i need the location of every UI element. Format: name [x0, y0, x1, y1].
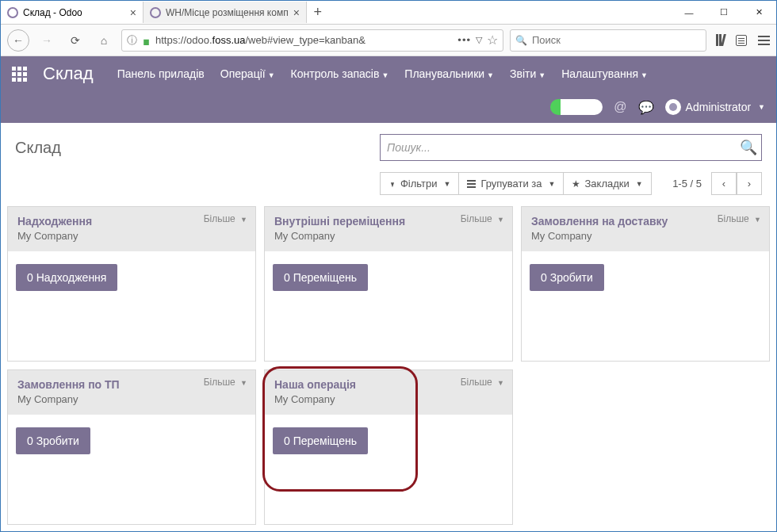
groupby-button[interactable]: Групувати за▼ [459, 172, 564, 195]
card-action-button[interactable]: 0 Надходження [16, 264, 117, 291]
browser-toolbar: ← → ⟳ ⌂ ⓘ https://odoo.foss.ua/web#view_… [1, 25, 776, 56]
menu-settings[interactable]: Налаштування▼ [561, 67, 648, 80]
menu-reports[interactable]: Звіти▼ [510, 67, 545, 80]
search-options-group: Фільтри▼ Групувати за▼ Закладки▼ [380, 172, 652, 195]
window-minimize-button[interactable]: — [672, 1, 706, 25]
tab-close-icon[interactable]: × [130, 6, 136, 19]
menu-dashboard[interactable]: Панель приладів [117, 67, 205, 80]
filters-button[interactable]: Фільтри▼ [380, 172, 459, 195]
menu-operations[interactable]: Операції▼ [220, 67, 275, 80]
app-name[interactable]: Склад [43, 63, 94, 84]
pager-count: 1-5 / 5 [672, 178, 702, 189]
avatar-icon [665, 99, 681, 115]
control-panel: Склад 🔍 Фільтри▼ Групувати за▼ Закладки▼… [1, 123, 776, 203]
funnel-icon [388, 178, 396, 189]
breadcrumb-title: Склад [15, 139, 364, 157]
odoo-search-input[interactable] [380, 134, 762, 161]
browser-right-icons [716, 34, 770, 46]
browser-search-box[interactable] [510, 29, 706, 52]
url-actions-icon[interactable]: ••• [457, 34, 471, 46]
address-bar[interactable]: ⓘ https://odoo.foss.ua/web#view_type=kan… [121, 29, 503, 52]
card-subtitle: My Company [531, 230, 760, 242]
menu-schedulers[interactable]: Планувальники▼ [404, 67, 494, 80]
browser-search-input[interactable] [532, 34, 701, 46]
browser-tab-title: Склад - Odoo [23, 7, 125, 18]
search-icon[interactable]: 🔍 [740, 139, 757, 156]
kanban-view: Надходження My Company Більше ▼ 0 Надход… [1, 203, 776, 532]
magnifier-icon [515, 34, 527, 46]
browser-tab-active[interactable]: Склад - Odoo × [1, 2, 144, 23]
discuss-icon[interactable]: 💬 [638, 100, 654, 115]
pager-prev-button[interactable]: ‹ [711, 172, 737, 195]
browser-tab-title: WH/Місце розміщення комп [166, 7, 289, 18]
nav-back-button[interactable]: ← [7, 29, 29, 52]
nav-home-button[interactable]: ⌂ [93, 29, 115, 52]
kanban-card-receipts[interactable]: Надходження My Company Більше ▼ 0 Надход… [7, 206, 256, 362]
tracking-shield-icon[interactable]: ▽ [476, 35, 482, 45]
card-more-button[interactable]: Більше ▼ [204, 377, 247, 388]
odoo-favicon-icon [7, 7, 18, 18]
odoo-navbar: Склад Панель приладів Операції▼ Контроль… [1, 56, 776, 123]
odoo-navbar-user: @ 💬 Administrator ▼ [12, 91, 765, 123]
sidebar-icon[interactable] [736, 35, 747, 46]
kanban-card-our-operation[interactable]: Наша операція My Company Більше ▼ 0 Пере… [264, 369, 513, 525]
card-action-button[interactable]: 0 Зробити [530, 264, 604, 291]
user-name: Administrator [686, 101, 751, 113]
window-maximize-button[interactable]: ☐ [706, 1, 741, 25]
odoo-navbar-main: Склад Панель приладів Операції▼ Контроль… [12, 56, 765, 91]
odoo-favicon-icon [150, 7, 161, 18]
nav-forward-button[interactable]: → [36, 29, 58, 52]
progress-pill[interactable] [550, 99, 603, 115]
card-subtitle: My Company [17, 393, 246, 405]
messages-icon[interactable]: @ [614, 100, 626, 114]
card-action-button[interactable]: 0 Переміщень [273, 427, 368, 454]
list-icon [467, 180, 476, 188]
window-titlebar: Склад - Odoo × WH/Місце розміщення комп … [1, 1, 776, 25]
menu-icon[interactable] [758, 36, 770, 45]
url-text: https://odoo.foss.ua/web#view_type=kanba… [155, 34, 453, 46]
card-subtitle: My Company [274, 230, 503, 242]
browser-tab-inactive[interactable]: WH/Місце розміщення комп × [144, 2, 307, 23]
favorites-button[interactable]: Закладки▼ [564, 172, 651, 195]
pager-next-button[interactable]: › [737, 172, 762, 195]
card-subtitle: My Company [274, 393, 503, 405]
card-more-button[interactable]: Більше ▼ [461, 213, 504, 224]
card-action-button[interactable]: 0 Зробити [16, 427, 90, 454]
star-icon [572, 178, 580, 189]
card-more-button[interactable]: Більше ▼ [204, 213, 247, 224]
pager: 1-5 / 5 ‹ › [672, 172, 762, 195]
kanban-card-internal[interactable]: Внутрішні переміщення My Company Більше … [264, 206, 513, 362]
card-subtitle: My Company [17, 230, 246, 242]
menu-inventory-control[interactable]: Контроль запасів▼ [291, 67, 389, 80]
card-more-button[interactable]: Більше ▼ [718, 213, 761, 224]
window-controls: — ☐ ✕ [672, 1, 776, 25]
window-close-button[interactable]: ✕ [741, 1, 776, 25]
tab-close-icon[interactable]: × [293, 6, 300, 19]
card-action-button[interactable]: 0 Переміщень [273, 264, 368, 291]
kanban-card-tp-orders[interactable]: Замовлення по ТП My Company Більше ▼ 0 З… [7, 369, 256, 525]
new-tab-button[interactable]: + [307, 4, 329, 21]
lock-icon [142, 35, 151, 45]
kanban-card-delivery[interactable]: Замовлення на доставку My Company Більше… [521, 206, 770, 362]
library-icon[interactable] [716, 34, 725, 46]
card-more-button[interactable]: Більше ▼ [461, 377, 504, 388]
nav-reload-button[interactable]: ⟳ [64, 29, 86, 52]
bookmark-star-icon[interactable]: ☆ [487, 33, 498, 48]
info-icon[interactable]: ⓘ [127, 33, 137, 48]
apps-icon[interactable] [12, 67, 27, 82]
user-menu[interactable]: Administrator ▼ [665, 99, 765, 115]
